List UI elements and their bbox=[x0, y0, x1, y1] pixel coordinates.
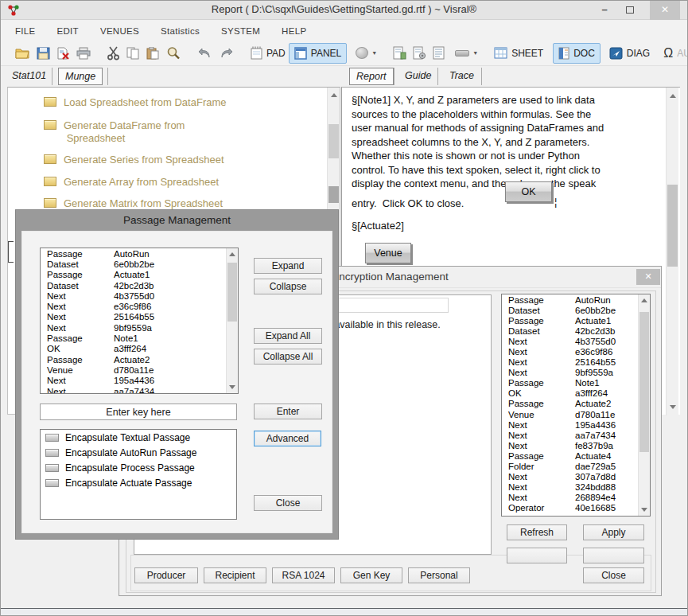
splitter-handle[interactable] bbox=[8, 241, 14, 263]
list-item[interactable]: Next9bf9559a bbox=[41, 322, 238, 333]
tree-item-load-spreadsheet[interactable]: Load Spreadsheet from DataFrame bbox=[44, 96, 322, 109]
blank-button[interactable] bbox=[583, 548, 644, 563]
scroll-up-icon[interactable] bbox=[667, 90, 678, 102]
list-item[interactable]: PassageNote1 bbox=[41, 333, 238, 343]
tree-item-generate-matrix[interactable]: Generate Matrix from Spreadsheet bbox=[44, 197, 322, 210]
undo-icon[interactable] bbox=[194, 43, 215, 64]
list-item[interactable]: Venued780a11e bbox=[502, 409, 650, 419]
minimize-button[interactable]: – bbox=[593, 1, 616, 20]
producer-button[interactable]: Producer bbox=[134, 567, 198, 583]
list-item[interactable]: OKa3fff264 bbox=[502, 388, 650, 399]
tab-stat101[interactable]: Stat101 bbox=[6, 68, 52, 85]
list-item[interactable]: PassageActuate2 bbox=[41, 354, 238, 365]
sheet-button[interactable]: SHEET bbox=[492, 43, 546, 64]
scrollbar-thumb[interactable] bbox=[639, 312, 649, 452]
delete-document-icon[interactable] bbox=[54, 43, 72, 64]
list-item[interactable]: Nextaa7a7434 bbox=[502, 430, 650, 440]
scroll-down-icon[interactable] bbox=[227, 381, 238, 393]
expand-button[interactable]: Expand bbox=[254, 258, 322, 274]
advanced-button[interactable]: Advanced bbox=[254, 431, 321, 446]
list-item[interactable]: Dataset42bc2d3b bbox=[502, 326, 650, 336]
venue-button[interactable]: Venue bbox=[365, 243, 411, 263]
menu-file[interactable]: FILE bbox=[15, 26, 36, 36]
list-item[interactable]: Next9bf9559a bbox=[502, 368, 650, 378]
list-item[interactable]: Next25164b55 bbox=[41, 312, 238, 322]
scroll-up-icon[interactable] bbox=[227, 248, 238, 260]
list-item[interactable]: PassageNote1 bbox=[502, 378, 650, 388]
close-button[interactable]: ✕ bbox=[650, 1, 680, 20]
auto-button[interactable]: Ω AUTO bbox=[661, 43, 688, 64]
list-item[interactable]: Nextfe837b9a bbox=[502, 440, 650, 450]
search-icon[interactable] bbox=[164, 43, 183, 64]
list-item[interactable]: Next307a7d8d bbox=[502, 472, 650, 482]
collapse-all-button[interactable]: Collapse All bbox=[254, 349, 322, 365]
list-item[interactable]: PassageActuate1 bbox=[41, 270, 238, 280]
list-item[interactable]: Encapsulate Textual Passage bbox=[41, 430, 236, 445]
tree-item-generate-array[interactable]: Generate Array from Spreadsheet bbox=[44, 176, 322, 189]
list-item[interactable]: Nexte36c9f86 bbox=[502, 346, 650, 357]
menu-statistics[interactable]: Statistics bbox=[161, 26, 200, 36]
list-item[interactable]: PassageActuate4 bbox=[502, 450, 650, 461]
list-item[interactable]: Dataset6e0bb2be bbox=[41, 259, 238, 269]
paste-icon[interactable] bbox=[144, 43, 162, 64]
blank-button[interactable] bbox=[507, 548, 567, 563]
list-item[interactable]: Nextaa7a7434 bbox=[41, 386, 238, 394]
insert-note-icon[interactable] bbox=[391, 43, 409, 64]
ok-button[interactable]: OK bbox=[505, 181, 552, 202]
list-item[interactable]: Next324bdd88 bbox=[502, 482, 650, 493]
tab-trace[interactable]: Trace bbox=[443, 68, 480, 85]
collapse-button[interactable]: Collapse bbox=[254, 279, 322, 294]
list-item[interactable]: Next195a4436 bbox=[502, 419, 650, 430]
list-item[interactable]: Next4b3755d0 bbox=[41, 290, 238, 301]
menu-edit[interactable]: EDIT bbox=[57, 26, 79, 36]
list-item[interactable]: OKa3fff264 bbox=[41, 344, 238, 354]
scroll-down-icon[interactable] bbox=[667, 401, 678, 413]
close-icon[interactable]: ✕ bbox=[636, 269, 660, 285]
list-item[interactable]: Encapsulate AutoRun Passage bbox=[41, 445, 236, 460]
list-item[interactable]: Dataset42bc2d3b bbox=[41, 280, 238, 290]
key-input[interactable] bbox=[40, 404, 237, 420]
chevron-down-icon[interactable]: ▼ bbox=[472, 50, 478, 56]
line-style-button[interactable]: ▼ bbox=[453, 43, 480, 64]
list-item[interactable]: PassageAutoRun bbox=[41, 248, 238, 259]
redo-icon[interactable] bbox=[216, 43, 237, 64]
list-document-icon[interactable] bbox=[430, 43, 447, 64]
open-folder-icon[interactable] bbox=[13, 43, 33, 64]
list-item[interactable]: Dataset6e0bb2be bbox=[502, 305, 650, 315]
apply-button[interactable]: Apply bbox=[583, 524, 644, 540]
recipient-button[interactable]: Recipient bbox=[204, 567, 266, 583]
scroll-down-icon[interactable] bbox=[639, 504, 650, 516]
scrollbar-thumb[interactable] bbox=[227, 263, 237, 322]
save-icon[interactable] bbox=[34, 43, 52, 64]
tab-munge[interactable]: Munge bbox=[58, 68, 103, 85]
pad-button[interactable]: PAD bbox=[248, 43, 288, 64]
tree-item-generate-dataframe[interactable]: Generate DataFrame from Spreadsheet bbox=[44, 119, 322, 145]
list-item[interactable]: PassageActuate2 bbox=[502, 399, 650, 409]
list-item[interactable]: Encapsulate Process Passage bbox=[41, 460, 236, 475]
scrollbar-thumb[interactable] bbox=[328, 124, 339, 158]
list-item[interactable]: Encapsulate Actuate Passage bbox=[41, 475, 236, 490]
menu-help[interactable]: HELP bbox=[282, 26, 306, 36]
print-icon[interactable] bbox=[74, 43, 93, 64]
tree-item-generate-series[interactable]: Generate Series from Spreadsheet bbox=[44, 154, 322, 166]
list-item[interactable]: Next25164b55 bbox=[502, 357, 650, 368]
tab-guide[interactable]: Guide bbox=[398, 68, 437, 85]
list-item[interactable]: Next268894e4 bbox=[502, 493, 650, 503]
panel-button[interactable]: PANEL bbox=[289, 43, 347, 64]
list-item[interactable]: Operator40e16685 bbox=[502, 503, 650, 513]
diag-button[interactable]: DIAG bbox=[607, 43, 652, 64]
list-item[interactable]: Next195a4436 bbox=[41, 376, 238, 386]
refresh-button[interactable]: Refresh bbox=[507, 524, 567, 540]
cut-icon[interactable] bbox=[104, 43, 122, 64]
gen-key-button[interactable]: Gen Key bbox=[340, 567, 402, 583]
list-item[interactable]: Nexte36c9f86 bbox=[41, 301, 238, 311]
personal-button[interactable]: Personal bbox=[408, 567, 470, 583]
list-scrollbar[interactable] bbox=[226, 248, 238, 393]
document-scrollbar[interactable] bbox=[666, 88, 678, 415]
tab-report[interactable]: Report bbox=[349, 68, 394, 85]
list-item[interactable]: Folderdae729a5 bbox=[502, 462, 650, 472]
copy-icon[interactable] bbox=[124, 43, 142, 64]
list-item[interactable]: PassageActuate1 bbox=[502, 315, 650, 326]
venue-shape-button[interactable]: ▼ bbox=[353, 43, 379, 64]
doc-button[interactable]: DOC bbox=[553, 43, 601, 64]
